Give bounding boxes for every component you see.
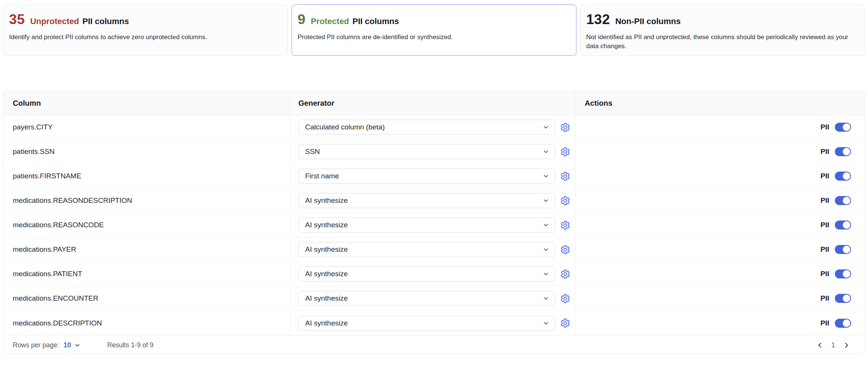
pii-toggle[interactable] — [835, 172, 851, 181]
generator-select-value: AI synthesize — [305, 319, 543, 327]
chevron-down-icon — [543, 173, 549, 179]
pii-toggle[interactable] — [835, 269, 851, 278]
table-row: medications.DESCRIPTION AI synthesize — [3, 311, 865, 335]
pii-toggle[interactable] — [835, 147, 851, 156]
column-name: medications.REASONDESCRIPTION — [13, 196, 132, 205]
pii-label: PII — [821, 245, 829, 254]
generator-cell: AI synthesize — [290, 286, 575, 310]
pii-toggle[interactable] — [835, 123, 851, 132]
pii-label: PII — [821, 148, 829, 156]
card-title: UnprotectedPII columns — [30, 17, 129, 26]
card-head: 9 ProtectedPII columns — [298, 12, 568, 27]
pagination: 1 — [817, 341, 850, 349]
actions-cell: PII — [575, 140, 865, 164]
generator-select[interactable]: First name — [298, 169, 555, 184]
actions-cell: PII — [575, 164, 865, 188]
column-name: patients.SSN — [13, 148, 55, 156]
previous-page-icon[interactable] — [817, 342, 823, 348]
generator-cell: AI synthesize — [290, 262, 575, 286]
generator-select[interactable]: AI synthesize — [298, 291, 555, 306]
pii-toggle-knob — [843, 148, 850, 155]
card-protected-pii[interactable]: 9 ProtectedPII columns Protected PII col… — [292, 5, 576, 56]
gear-icon[interactable] — [560, 293, 570, 304]
column-name: payers.CITY — [13, 123, 53, 131]
pii-toggle[interactable] — [835, 245, 851, 254]
actions-cell: PII — [575, 213, 865, 237]
chevron-down-icon — [543, 149, 549, 155]
column-name: medications.PAYER — [13, 245, 76, 254]
table-row: medications.PATIENT AI synthesize — [3, 262, 865, 286]
gear-icon[interactable] — [560, 269, 570, 279]
column-name-cell: medications.PAYER — [3, 237, 290, 262]
column-name-cell: medications.PATIENT — [3, 262, 290, 286]
actions-cell: PII — [575, 237, 865, 262]
generator-select[interactable]: AI synthesize — [298, 266, 555, 281]
gear-icon[interactable] — [560, 318, 570, 328]
generator-cell: AI synthesize — [290, 311, 575, 335]
generator-select-value: AI synthesize — [305, 221, 543, 229]
results-count: Results 1-9 of 9 — [107, 341, 154, 349]
pii-label: PII — [821, 270, 829, 278]
generator-select[interactable]: SSN — [298, 144, 555, 159]
card-title: ProtectedPII columns — [311, 17, 399, 26]
column-name-cell: patients.SSN — [3, 140, 290, 164]
generator-select[interactable]: AI synthesize — [298, 316, 555, 331]
pii-toggle-knob — [843, 295, 850, 302]
generator-select[interactable]: AI synthesize — [298, 193, 555, 208]
actions-cell: PII — [575, 262, 865, 286]
gear-icon[interactable] — [560, 196, 570, 206]
table-header: Column Generator Actions — [3, 91, 865, 115]
controls-row: Confidence threshold 0% 100% 0% — [0, 60, 868, 90]
pii-label: PII — [821, 172, 829, 180]
table-body: payers.CITY Calculated column (beta) — [3, 115, 865, 335]
generator-select[interactable]: AI synthesize — [298, 217, 555, 233]
gear-icon[interactable] — [560, 122, 570, 132]
pii-toggle[interactable] — [835, 220, 851, 230]
pii-toggle[interactable] — [835, 196, 851, 205]
table-row: medications.REASONDESCRIPTION AI synthes… — [3, 189, 865, 213]
header-generator: Generator — [290, 91, 575, 115]
card-description: Protected PII columns are de-identified … — [298, 33, 565, 42]
pii-toggle-knob — [843, 319, 850, 327]
card-title-rest: PII columns — [353, 17, 399, 26]
card-unprotected-pii[interactable]: 35 UnprotectedPII columns Identify and p… — [3, 5, 288, 56]
column-name: patients.FIRSTNAME — [13, 172, 81, 180]
unprotected-count: 35 — [9, 12, 25, 27]
pii-toggle-knob — [843, 172, 850, 180]
actions-cell: PII — [575, 189, 865, 213]
card-title: Non-PII columns — [615, 17, 681, 26]
card-head: 35 UnprotectedPII columns — [9, 12, 279, 27]
rows-per-page-label: Rows per page: — [13, 341, 59, 349]
gear-icon[interactable] — [560, 171, 570, 181]
generator-select-value: AI synthesize — [305, 245, 543, 254]
actions-cell: PII — [575, 311, 865, 335]
pii-toggle-knob — [843, 270, 850, 278]
generator-cell: AI synthesize — [290, 213, 575, 237]
summary-cards: 35 UnprotectedPII columns Identify and p… — [3, 5, 865, 56]
chevron-down-icon — [543, 198, 549, 204]
generator-select-value: AI synthesize — [305, 294, 543, 303]
pii-toggle[interactable] — [835, 319, 851, 328]
table-row: patients.SSN SSN — [3, 140, 865, 164]
column-name-cell: medications.REASONDESCRIPTION — [3, 189, 290, 213]
card-title-accent: Unprotected — [30, 17, 79, 26]
gear-icon[interactable] — [560, 245, 570, 255]
rows-per-page-chevron-icon[interactable] — [75, 342, 80, 348]
rows-per-page-value[interactable]: 10 — [64, 341, 71, 349]
column-name: medications.ENCOUNTER — [13, 294, 98, 303]
next-page-icon[interactable] — [843, 342, 850, 348]
column-name: medications.REASONCODE — [13, 221, 104, 229]
column-name-cell: medications.DESCRIPTION — [3, 311, 290, 335]
gear-icon[interactable] — [560, 147, 570, 157]
gear-icon[interactable] — [560, 220, 570, 230]
card-non-pii[interactable]: 132 Non-PII columns Not identified as PI… — [580, 5, 865, 56]
generator-select[interactable]: Calculated column (beta) — [298, 120, 555, 135]
current-page-number[interactable]: 1 — [831, 341, 835, 349]
column-name-cell: medications.REASONCODE — [3, 213, 290, 237]
pii-toggle[interactable] — [835, 294, 851, 303]
generator-select[interactable]: AI synthesize — [298, 242, 555, 257]
actions-cell: PII — [575, 115, 865, 139]
columns-table: Column Generator Actions payers.CITY Cal… — [3, 91, 865, 354]
generator-select-value: AI synthesize — [305, 196, 543, 205]
column-name-cell: patients.FIRSTNAME — [3, 164, 290, 188]
